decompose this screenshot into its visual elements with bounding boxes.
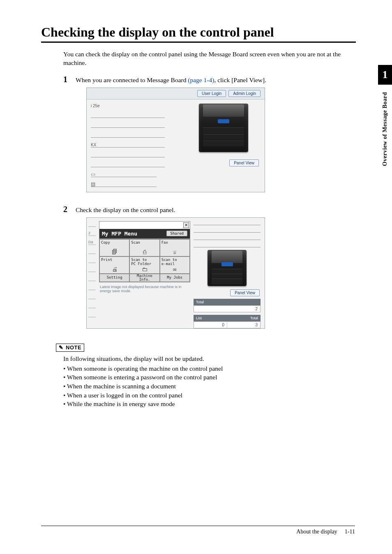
- my-jobs-button[interactable]: My Jobs: [160, 274, 190, 282]
- print-icon: 🖨: [101, 266, 128, 272]
- screenshot-1-left: i 25e KX ▭ ▤: [91, 104, 183, 187]
- user-login-button[interactable]: User Login: [197, 90, 226, 97]
- step-1: 1 When you are connected to Message Boar…: [63, 75, 356, 84]
- setting-button[interactable]: Setting: [99, 274, 129, 282]
- note-body: In following situations, the display wil…: [63, 354, 356, 409]
- info-line: [91, 111, 165, 118]
- note-item: When the machine is scanning a document: [63, 382, 356, 391]
- screenshot-2: 2 Da ✕ My MFP Menu Shared Copy🗐 Scan⎙ Fa…: [86, 217, 265, 329]
- screenshot-1-header: User Login Admin Login: [87, 88, 265, 99]
- step-1-text-b: , click [Panel View].: [214, 76, 266, 83]
- machine-info-button[interactable]: Machine Info.: [129, 274, 159, 282]
- info-line: ▤: [91, 180, 157, 187]
- cassette-icon: ▭: [91, 172, 95, 177]
- list-total-bar: List Total: [194, 315, 261, 321]
- step-1-xref[interactable]: (page 1-4): [188, 76, 214, 83]
- total-label: Total: [250, 316, 258, 320]
- note-item: When someone is operating the machine on…: [63, 364, 356, 373]
- tile-scan-pc[interactable]: Scan to PC Folder🗀: [129, 256, 159, 274]
- info-line: KX: [91, 140, 165, 148]
- note-item: When a user is logged in on the control …: [63, 391, 356, 400]
- fax-icon: ☏: [161, 249, 188, 255]
- step-1-text: When you are connected to Message Board …: [76, 76, 266, 84]
- model-label: i 25e: [91, 104, 183, 108]
- info-line: ▭: [91, 170, 157, 177]
- tile-scan-email[interactable]: Scan to e-mail✉: [160, 256, 190, 274]
- info-line: [91, 160, 165, 167]
- mfp-menu-title: My MFP Menu: [102, 231, 137, 237]
- note-box: ✎ NOTE: [56, 344, 84, 352]
- scan-icon: ⎙: [131, 249, 158, 255]
- list-label: List: [196, 316, 250, 320]
- info-line: [91, 120, 165, 128]
- folder-icon: 🗀: [131, 266, 158, 272]
- panel-view-button[interactable]: Panel View: [229, 159, 259, 166]
- tile-scan[interactable]: Scan⎙: [129, 239, 159, 256]
- info-line: [91, 150, 165, 157]
- copy-icon: 🗐: [101, 249, 128, 255]
- note-lead: In following situations, the display wil…: [63, 354, 356, 363]
- step-number: 2: [63, 205, 71, 214]
- shared-button[interactable]: Shared: [166, 231, 187, 236]
- panel-popup: ✕ My MFP Menu Shared Copy🗐 Scan⎙ Fax☏ Pr…: [99, 221, 190, 282]
- note-item: When someone is entering a password on t…: [63, 373, 356, 382]
- total-label: Total: [196, 300, 204, 304]
- list-total-values: 03: [194, 321, 261, 328]
- note-label: NOTE: [66, 344, 81, 351]
- close-icon[interactable]: ✕: [183, 222, 189, 228]
- admin-login-button[interactable]: Admin Login: [228, 90, 261, 97]
- screenshot-1-right: Panel View: [187, 104, 260, 187]
- mfp-menu-header: My MFP Menu Shared: [99, 229, 190, 238]
- info-line: [91, 130, 165, 138]
- tile-fax[interactable]: Fax☏: [160, 239, 190, 256]
- device-image: [199, 104, 248, 152]
- page-footer: About the display 1-11: [41, 526, 355, 535]
- footer-section: About the display: [296, 529, 337, 535]
- step-2: 2 Check the display on the control panel…: [63, 205, 356, 214]
- intro-paragraph: You can check the display on the control…: [63, 50, 356, 67]
- step-1-text-a: When you are connected to Message Board: [76, 76, 188, 83]
- step-number: 1: [63, 75, 71, 84]
- screenshot-1: User Login Admin Login i 25e KX ▭ ▤: [86, 88, 265, 192]
- panel-left-edge: 2 Da: [87, 218, 96, 328]
- footer-page-number: 1-11: [345, 529, 355, 535]
- total-counter-value: 2: [194, 305, 261, 312]
- mail-icon: ✉: [161, 266, 188, 272]
- note-item: While the machine is in energy save mode: [63, 399, 356, 409]
- cassette-icon: ▤: [91, 182, 95, 187]
- step-2-text: Check the display on the control panel.: [76, 206, 175, 214]
- panel-popup-column: ✕ My MFP Menu Shared Copy🗐 Scan⎙ Fax☏ Pr…: [99, 218, 190, 328]
- tile-copy[interactable]: Copy🗐: [99, 239, 129, 256]
- note-icon: ✎: [59, 344, 63, 351]
- total-counter-bar: Total: [194, 299, 261, 305]
- panel-view-button[interactable]: Panel View: [230, 289, 260, 296]
- panel-status-message: Latest image not displayed because machi…: [99, 282, 190, 294]
- tile-print[interactable]: Print🖨: [99, 256, 129, 274]
- screenshot-2-right: Panel View Total 2 List Total 03: [194, 218, 261, 328]
- title-rule: [41, 42, 356, 43]
- device-image: [208, 250, 247, 286]
- page-title: Checking the display on the control pane…: [41, 25, 356, 40]
